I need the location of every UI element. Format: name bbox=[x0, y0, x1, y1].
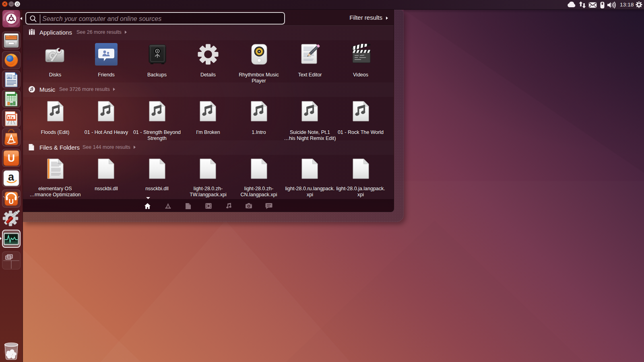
svg-text:U: U bbox=[9, 198, 14, 206]
svg-text:a: a bbox=[8, 171, 14, 183]
svg-text:U: U bbox=[8, 152, 15, 164]
